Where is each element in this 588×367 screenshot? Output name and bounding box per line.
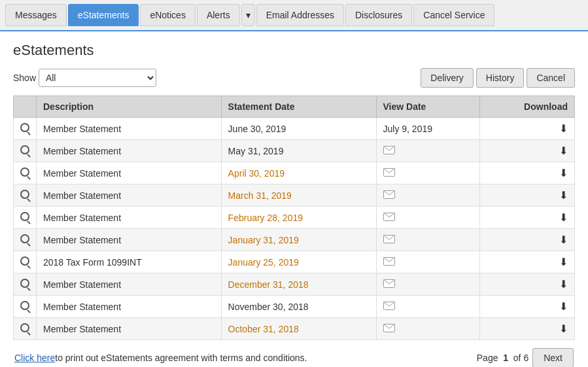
col-icon-header [14, 96, 37, 118]
total-pages: 6 [523, 353, 528, 363]
tab-alerts-dropdown[interactable]: ▾ [241, 4, 255, 26]
search-icon [20, 212, 29, 221]
search-icon [20, 301, 29, 310]
description-cell: Member Statement [37, 207, 222, 229]
search-icon-cell[interactable] [14, 229, 37, 251]
download-icon[interactable]: ⬇ [559, 278, 568, 290]
statements-table: Description Statement Date View Date Dow… [13, 96, 575, 340]
delivery-button[interactable]: Delivery [421, 68, 474, 88]
show-select[interactable]: All [39, 69, 156, 87]
table-row: Member StatementFebruary 28, 2019 ⬇ [14, 207, 575, 229]
tab-email-addresses[interactable]: Email Addresses [256, 4, 344, 26]
search-icon-cell[interactable] [14, 184, 37, 207]
envelope-icon [383, 213, 395, 223]
page-label: Page [477, 353, 498, 363]
download-icon[interactable]: ⬇ [559, 256, 568, 268]
page-content: eStatements Show All Delivery History Ca… [0, 31, 588, 367]
footer-link[interactable]: Click here [14, 353, 55, 363]
search-icon-cell[interactable] [14, 118, 37, 140]
tab-cancel-service[interactable]: Cancel Service [413, 4, 494, 26]
download-cell[interactable]: ⬇ [480, 207, 575, 229]
download-cell[interactable]: ⬇ [480, 118, 575, 140]
col-description-header: Description [37, 96, 222, 118]
envelope-icon [383, 190, 395, 201]
col-statement-date-header: Statement Date [221, 96, 376, 118]
next-button[interactable]: Next [532, 348, 574, 367]
statement-date-cell: April 30, 2019 [221, 162, 376, 184]
download-cell[interactable]: ⬇ [480, 296, 575, 318]
statement-date-cell: October 31, 2018 [221, 318, 376, 340]
download-icon[interactable]: ⬇ [559, 234, 568, 246]
table-row: Member StatementMay 31, 2019 ⬇ [14, 140, 575, 162]
statement-date-cell: June 30, 2019 [221, 118, 376, 140]
page-info: Page 1 of 6 [477, 353, 528, 363]
view-date-cell [376, 273, 480, 296]
download-icon[interactable]: ⬇ [559, 122, 568, 135]
tab-alerts[interactable]: Alerts [197, 4, 240, 26]
description-cell: Member Statement [37, 318, 222, 340]
envelope-icon [383, 302, 395, 312]
action-buttons: Delivery History Cancel [421, 68, 575, 88]
download-cell[interactable]: ⬇ [480, 318, 575, 340]
download-cell[interactable]: ⬇ [480, 273, 575, 296]
statement-date-cell: January 31, 2019 [221, 229, 376, 251]
download-cell[interactable]: ⬇ [480, 162, 575, 184]
search-icon-cell[interactable] [14, 296, 37, 318]
history-button[interactable]: History [476, 68, 525, 88]
cancel-button[interactable]: Cancel [527, 68, 575, 88]
view-date-cell [376, 140, 480, 162]
download-cell[interactable]: ⬇ [480, 184, 575, 207]
search-icon-cell[interactable] [14, 140, 37, 162]
search-icon-cell[interactable] [14, 273, 37, 296]
download-icon[interactable]: ⬇ [559, 189, 568, 201]
search-icon [20, 323, 29, 332]
statement-date-cell: January 25, 2019 [221, 251, 376, 273]
download-icon[interactable]: ⬇ [559, 167, 568, 179]
download-icon[interactable]: ⬇ [559, 211, 568, 224]
download-cell[interactable]: ⬇ [480, 251, 575, 273]
search-icon [20, 234, 29, 243]
description-cell: Member Statement [37, 184, 222, 207]
download-cell[interactable]: ⬇ [480, 229, 575, 251]
search-icon [20, 145, 29, 154]
statement-date-cell: November 30, 2018 [221, 296, 376, 318]
view-date-cell [376, 229, 480, 251]
view-date-cell [376, 207, 480, 229]
table-row: 2018 Tax Form 1099INTJanuary 25, 2019 ⬇ [14, 251, 575, 273]
statement-date-cell: March 31, 2019 [221, 184, 376, 207]
description-cell: Member Statement [37, 140, 222, 162]
search-icon-cell[interactable] [14, 207, 37, 229]
table-row: Member StatementNovember 30, 2018 ⬇ [14, 296, 575, 318]
view-date-cell [376, 162, 480, 184]
download-icon[interactable]: ⬇ [559, 323, 568, 335]
search-icon-cell[interactable] [14, 162, 37, 184]
tab-enotices[interactable]: eNotices [140, 4, 195, 26]
statement-date-cell: February 28, 2019 [221, 207, 376, 229]
download-icon[interactable]: ⬇ [559, 145, 568, 157]
search-icon [20, 123, 29, 132]
table-row: Member StatementMarch 31, 2019 ⬇ [14, 184, 575, 207]
download-cell[interactable]: ⬇ [480, 140, 575, 162]
download-icon[interactable]: ⬇ [559, 300, 568, 313]
top-navigation: Messages eStatements eNotices Alerts ▾ E… [0, 0, 588, 31]
description-cell: Member Statement [37, 296, 222, 318]
description-cell: Member Statement [37, 118, 222, 140]
search-icon-cell[interactable] [14, 251, 37, 273]
tab-messages[interactable]: Messages [5, 4, 67, 26]
description-cell: 2018 Tax Form 1099INT [37, 251, 222, 273]
tab-estatements[interactable]: eStatements [68, 4, 139, 26]
search-icon [20, 167, 29, 177]
view-date-cell [376, 296, 480, 318]
statement-date-cell: May 31, 2019 [221, 140, 376, 162]
description-cell: Member Statement [37, 229, 222, 251]
search-icon-cell[interactable] [14, 318, 37, 340]
pagination: Page 1 of 6 Next [477, 348, 574, 367]
table-row: Member StatementJune 30, 2019July 9, 201… [14, 118, 575, 140]
tab-disclosures[interactable]: Disclosures [345, 4, 412, 26]
envelope-icon [383, 324, 395, 334]
col-download-header: Download [480, 96, 575, 118]
search-icon [20, 279, 29, 288]
view-date-cell [376, 318, 480, 340]
search-icon [20, 256, 29, 266]
filter-action-row: Show All Delivery History Cancel [13, 68, 575, 88]
